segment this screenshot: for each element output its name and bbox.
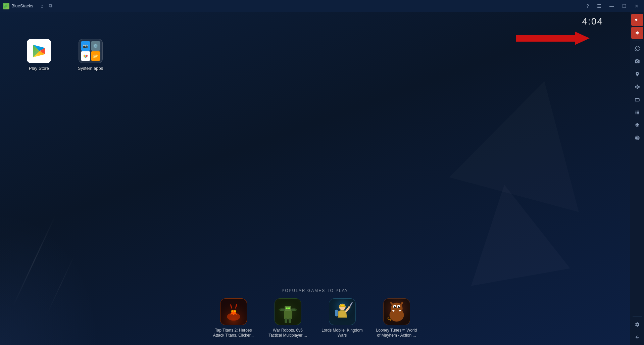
arrow-body	[516, 32, 590, 45]
tap-titans-icon	[220, 298, 247, 325]
time-display: 4:04	[582, 16, 603, 27]
volume-down-button[interactable]	[631, 27, 643, 39]
internet-button[interactable]	[631, 132, 643, 144]
home-nav-button[interactable]: ⌂	[39, 2, 45, 10]
svg-rect-22	[295, 309, 297, 310]
svg-rect-29	[339, 311, 346, 317]
game-looney-tunes[interactable]: Looney Tunes™ World of Mayhem - Action .…	[375, 298, 418, 338]
war-robots-label: War Robots. 6v6 Tactical Multiplayer ...	[266, 328, 310, 338]
popular-games-section: POPULAR GAMES TO PLAY	[198, 288, 433, 338]
svg-rect-21	[279, 309, 281, 310]
popular-games-label: POPULAR GAMES TO PLAY	[282, 288, 348, 293]
svg-rect-16	[285, 306, 291, 311]
lords-mobile-icon	[329, 298, 356, 325]
svg-rect-24	[288, 318, 291, 323]
game-lords-mobile[interactable]: Lords Mobile: Kingdom Wars	[320, 298, 364, 338]
multi-instance-button[interactable]: ⧉	[47, 2, 54, 10]
logo-icon	[3, 3, 9, 9]
android-screen[interactable]: 4:04	[0, 12, 630, 345]
looney-tunes-icon	[383, 298, 410, 325]
game-icons-row: Tap Titans 2: Heroes Attack Titans. Clic…	[212, 298, 418, 338]
bg-decoration-2	[455, 176, 570, 286]
svg-point-42	[399, 306, 400, 307]
war-robots-icon	[275, 298, 301, 325]
settings-button[interactable]	[631, 318, 643, 331]
folder-icon-settings: ⚙️	[91, 41, 100, 51]
svg-point-41	[395, 306, 396, 307]
bg-beam	[0, 211, 101, 345]
back-button[interactable]	[631, 331, 643, 343]
file-manager-button[interactable]	[631, 94, 643, 106]
svg-rect-17	[286, 307, 288, 309]
app-name-label: BlueStacks	[11, 3, 33, 8]
svg-rect-28	[341, 305, 344, 306]
main-content: 4:04	[0, 12, 644, 345]
svg-rect-23	[285, 318, 287, 323]
close-button[interactable]: ✕	[632, 2, 641, 10]
svg-point-12	[234, 310, 235, 311]
svg-rect-18	[288, 307, 290, 309]
lords-mobile-label: Lords Mobile: Kingdom Wars	[320, 328, 364, 338]
svg-rect-19	[280, 308, 285, 311]
svg-point-5	[85, 55, 86, 57]
bg-decoration-1	[449, 64, 609, 212]
title-bar-nav: ⌂ ⧉	[39, 2, 54, 10]
system-apps-label: System apps	[78, 66, 103, 71]
system-apps-folder: 📷 ⚙️	[79, 39, 103, 63]
red-arrow	[516, 32, 590, 45]
folder-icon-camera: 📷	[81, 41, 90, 51]
minimize-button[interactable]: —	[607, 2, 617, 10]
layers-button[interactable]	[631, 119, 643, 131]
window-controls: ? ☰ — ❐ ✕	[584, 2, 641, 10]
menu-button[interactable]: ☰	[594, 2, 604, 10]
right-sidebar	[630, 12, 644, 345]
volume-up-button[interactable]	[631, 14, 643, 26]
game-war-robots[interactable]: War Robots. 6v6 Tactical Multiplayer ...	[266, 298, 310, 338]
folder-icon-chrome	[81, 51, 90, 61]
svg-rect-20	[291, 308, 296, 311]
play-store-icon	[27, 39, 51, 63]
sidebar-divider-1	[633, 41, 642, 41]
system-apps-icon-wrapper[interactable]: 📷 ⚙️	[78, 39, 103, 71]
play-store-label: Play Store	[29, 66, 49, 71]
svg-rect-15	[284, 310, 292, 319]
title-bar: BlueStacks ⌂ ⧉ ? ☰ — ❐ ✕	[0, 0, 644, 12]
restore-button[interactable]: ❐	[620, 2, 629, 10]
svg-point-11	[232, 310, 233, 311]
app-logo: BlueStacks	[3, 3, 33, 9]
location-button[interactable]	[631, 68, 643, 80]
tap-titans-label: Tap Titans 2: Heroes Attack Titans. Clic…	[212, 328, 255, 338]
game-tap-titans[interactable]: Tap Titans 2: Heroes Attack Titans. Clic…	[212, 298, 255, 338]
play-store-icon-wrapper[interactable]: Play Store	[27, 39, 51, 71]
rotate-button[interactable]	[631, 43, 643, 55]
help-button[interactable]: ?	[584, 2, 592, 10]
sidebar-divider-2	[633, 316, 642, 317]
macro-button[interactable]	[631, 106, 643, 118]
screenshot-button[interactable]	[631, 55, 643, 67]
looney-tunes-label: Looney Tunes™ World of Mayhem - Action .…	[375, 328, 418, 338]
gamepad-button[interactable]	[631, 81, 643, 93]
app-icons-area: Play Store 📷 ⚙️	[27, 39, 103, 71]
folder-icon-files: 📂	[91, 51, 100, 61]
